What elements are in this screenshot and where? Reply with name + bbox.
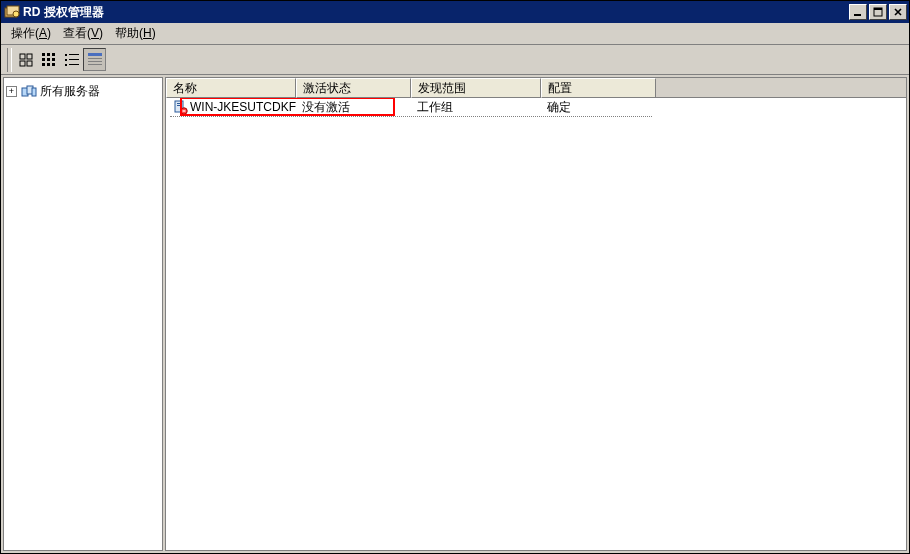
svg-rect-33 [177, 103, 181, 104]
view-list-button[interactable] [60, 48, 83, 71]
svg-point-2 [13, 11, 19, 17]
svg-rect-10 [42, 53, 45, 56]
tree-expand-button[interactable]: + [6, 86, 17, 97]
row-focus-underline [170, 116, 652, 117]
svg-rect-22 [69, 59, 79, 60]
svg-rect-25 [88, 53, 102, 56]
list-body: WIN-JKESUTCDKFE 没有激活 工作组 确定 [166, 98, 906, 550]
tree-root-row[interactable]: + 所有服务器 [6, 82, 160, 100]
svg-rect-19 [65, 54, 67, 56]
svg-rect-18 [52, 63, 55, 66]
maximize-button[interactable] [869, 4, 887, 20]
menu-action-label: 操作 [11, 26, 35, 40]
svg-rect-17 [47, 63, 50, 66]
svg-rect-6 [20, 54, 25, 59]
svg-rect-26 [88, 58, 102, 59]
view-small-icons-button[interactable] [37, 48, 60, 71]
cell-scope: 工作组 [411, 99, 541, 116]
toolbar [1, 45, 909, 75]
menu-view[interactable]: 查看(V) [57, 23, 109, 44]
menu-action-accel: A [39, 26, 47, 40]
table-row[interactable]: WIN-JKESUTCDKFE 没有激活 工作组 确定 [166, 98, 906, 116]
svg-rect-11 [47, 53, 50, 56]
svg-rect-3 [854, 14, 861, 16]
svg-rect-7 [27, 54, 32, 59]
column-header-config[interactable]: 配置 [541, 78, 656, 98]
view-details-button[interactable] [83, 48, 106, 71]
tree-root-label: 所有服务器 [40, 83, 100, 100]
menu-help[interactable]: 帮助(H) [109, 23, 162, 44]
toolbar-grip [7, 48, 12, 72]
tree-pane[interactable]: + 所有服务器 [3, 77, 163, 551]
menubar: 操作(A) 查看(V) 帮助(H) [1, 23, 909, 45]
server-icon [172, 99, 188, 115]
menu-view-accel: V [91, 26, 99, 40]
titlebar: RD 授权管理器 [1, 1, 909, 23]
svg-rect-28 [88, 64, 102, 65]
cell-name: WIN-JKESUTCDKFE [166, 99, 296, 115]
svg-rect-31 [32, 88, 36, 96]
svg-rect-23 [65, 64, 67, 66]
column-header-status[interactable]: 激活状态 [296, 78, 411, 98]
svg-rect-13 [42, 58, 45, 61]
servers-icon [21, 83, 37, 99]
svg-rect-24 [69, 64, 79, 65]
menu-help-accel: H [143, 26, 152, 40]
menu-action[interactable]: 操作(A) [5, 23, 57, 44]
menu-help-label: 帮助 [115, 26, 139, 40]
svg-rect-27 [88, 61, 102, 62]
svg-rect-8 [20, 61, 25, 66]
svg-rect-21 [65, 59, 67, 61]
window-title: RD 授权管理器 [23, 1, 847, 23]
cell-config: 确定 [541, 99, 656, 116]
view-large-icons-button[interactable] [14, 48, 37, 71]
svg-rect-14 [47, 58, 50, 61]
svg-rect-12 [52, 53, 55, 56]
cell-name-text: WIN-JKESUTCDKFE [190, 100, 296, 114]
list-pane[interactable]: 名称 激活状态 发现范围 配置 [165, 77, 907, 551]
cell-status: 没有激活 [296, 99, 411, 116]
column-headers: 名称 激活状态 发现范围 配置 [166, 78, 906, 98]
svg-rect-9 [27, 61, 32, 66]
svg-rect-16 [42, 63, 45, 66]
column-header-name[interactable]: 名称 [166, 78, 296, 98]
tree: + 所有服务器 [4, 78, 162, 104]
menu-view-label: 查看 [63, 26, 87, 40]
window-buttons [847, 4, 907, 20]
svg-rect-20 [69, 54, 79, 55]
app-window: RD 授权管理器 操作(A) 查看(V) 帮助(H) [0, 0, 910, 554]
column-header-scope[interactable]: 发现范围 [411, 78, 541, 98]
close-button[interactable] [889, 4, 907, 20]
minimize-button[interactable] [849, 4, 867, 20]
client-area: + 所有服务器 名称 激活状态 发现范围 配置 [1, 75, 909, 553]
app-icon [4, 4, 20, 20]
svg-rect-15 [52, 58, 55, 61]
svg-rect-34 [177, 105, 181, 106]
svg-rect-5 [874, 8, 882, 10]
